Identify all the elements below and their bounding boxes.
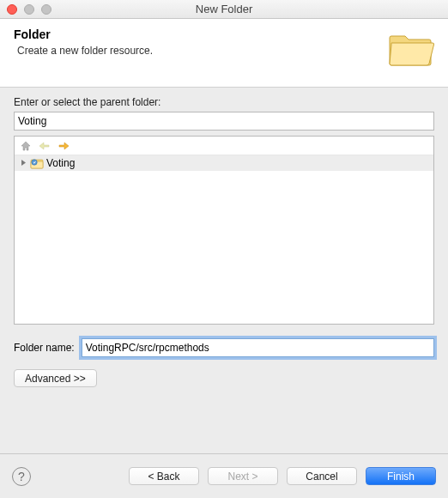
advanced-row: Advanced >>	[14, 369, 434, 387]
folder-tree-container: Voting	[14, 136, 434, 325]
next-button: Next >	[208, 467, 278, 485]
body-pane: Enter or select the parent folder:	[0, 88, 448, 387]
tree-toolbar	[15, 137, 433, 155]
parent-folder-label: Enter or select the parent folder:	[14, 96, 434, 108]
tree-item-label: Voting	[46, 157, 75, 169]
tree-item-voting[interactable]: Voting	[15, 155, 433, 171]
project-folder-icon	[30, 157, 44, 169]
nav-forward-icon[interactable]	[58, 141, 70, 151]
window-title: New Folder	[0, 3, 448, 15]
button-bar: ? < Back Next > Cancel Finish	[0, 453, 448, 498]
home-icon[interactable]	[20, 140, 32, 152]
tree-pane[interactable]: Voting	[15, 155, 433, 324]
minimize-window-button[interactable]	[24, 4, 34, 15]
cancel-button[interactable]: Cancel	[287, 467, 357, 485]
folder-name-row: Folder name:	[14, 338, 434, 357]
advanced-button[interactable]: Advanced >>	[14, 369, 97, 387]
svg-point-2	[32, 160, 37, 165]
header-description: Create a new folder resource.	[17, 45, 153, 57]
zoom-window-button[interactable]	[41, 4, 51, 15]
close-window-button[interactable]	[7, 4, 17, 15]
folder-icon	[386, 27, 434, 69]
finish-button[interactable]: Finish	[366, 467, 436, 485]
chevron-right-icon[interactable]	[20, 159, 28, 167]
header-pane: Folder Create a new folder resource.	[0, 19, 448, 88]
header-heading: Folder	[14, 27, 153, 41]
window-controls	[7, 4, 51, 15]
folder-name-label: Folder name:	[14, 342, 75, 354]
parent-folder-input[interactable]	[14, 112, 434, 131]
help-icon[interactable]: ?	[12, 467, 31, 486]
folder-name-input[interactable]	[82, 338, 434, 357]
header-text: Folder Create a new folder resource.	[14, 27, 153, 57]
titlebar: New Folder	[0, 0, 448, 19]
nav-back-icon[interactable]	[39, 141, 51, 151]
back-button[interactable]: < Back	[129, 467, 199, 485]
